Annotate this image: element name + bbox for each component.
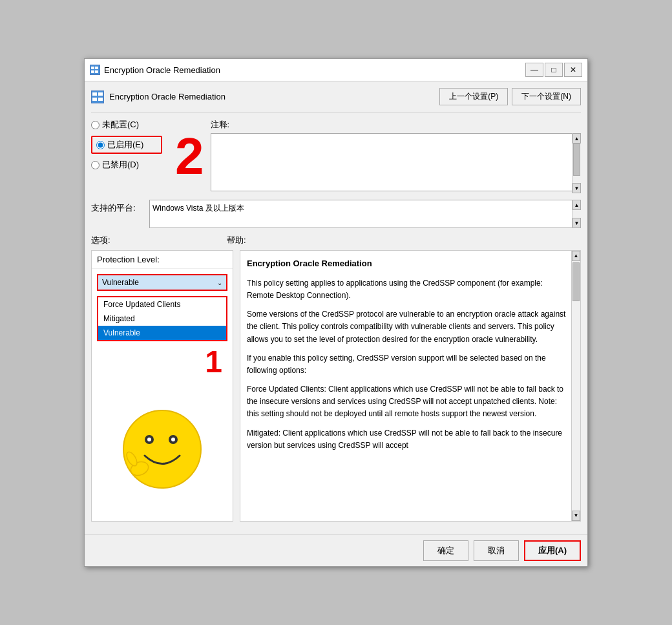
window-icon (90, 65, 100, 75)
scroll-down[interactable]: ▼ (572, 183, 581, 193)
badge-one: 1 (92, 346, 233, 377)
badge-one-wrapper: 1 (92, 346, 233, 377)
apply-button[interactable]: 应用(A) (524, 540, 581, 561)
radio-disabled-input[interactable] (91, 161, 100, 169)
platform-row: 支持的平台: Windows Vista 及以上版本 ▲ ▼ (91, 200, 581, 228)
platform-value: Windows Vista 及以上版本 (152, 203, 244, 214)
radio-disabled-label: 已禁用(D) (102, 159, 139, 171)
header-buttons: 上一个设置(P) 下一个设置(N) (439, 88, 581, 105)
platform-scrollbar: ▲ ▼ (572, 200, 581, 228)
minimize-button[interactable]: — (525, 63, 543, 77)
title-bar: Encryption Oracle Remediation — □ ✕ (85, 59, 587, 81)
window-controls: — □ ✕ (525, 63, 582, 77)
emoji-area (92, 377, 233, 521)
section-labels: 选项: 帮助: (91, 235, 581, 246)
options-panel: Protection Level: Force Updated Clients … (91, 250, 233, 522)
svg-rect-3 (91, 70, 94, 73)
main-window: Encryption Oracle Remediation — □ ✕ Encr… (84, 58, 588, 567)
scroll-track (572, 143, 581, 183)
next-setting-button[interactable]: 下一个设置(N) (512, 88, 581, 105)
policy-icon (91, 90, 104, 103)
svg-rect-9 (98, 98, 103, 101)
badge-two: 2 (175, 131, 204, 182)
header-title: Encryption Oracle Remediation (109, 92, 226, 101)
radio-not-configured-input[interactable] (91, 121, 100, 129)
radio-enabled[interactable]: 已启用(E) (91, 136, 162, 154)
protection-level-title: Protection Level: (92, 251, 233, 269)
svg-rect-1 (91, 67, 94, 69)
scroll-up[interactable]: ▲ (572, 133, 581, 143)
options-section-label: 选项: (91, 235, 220, 246)
prev-setting-button[interactable]: 上一个设置(P) (439, 88, 508, 105)
radio-not-configured[interactable]: 未配置(C) (91, 119, 162, 131)
help-scrollbar: ▲ ▼ (571, 251, 580, 521)
svg-rect-7 (98, 92, 103, 96)
emoji-icon (120, 407, 204, 491)
notes-label: 注释: (211, 119, 582, 131)
radio-not-configured-label: 未配置(C) (102, 119, 139, 131)
header-row: Encryption Oracle Remediation 上一个设置(P) 下… (91, 88, 581, 112)
maximize-button[interactable]: □ (545, 63, 563, 77)
svg-point-12 (147, 438, 151, 441)
footer-row: 确定 取消 应用(A) (85, 535, 587, 566)
dropdown-item-mitigated[interactable]: Mitigated (98, 312, 226, 326)
main-content: Encryption Oracle Remediation 上一个设置(P) 下… (85, 81, 587, 535)
dropdown-item-vulnerable[interactable]: Vulnerable (98, 326, 226, 340)
help-para-1: This policy setting applies to applicati… (247, 277, 567, 302)
platform-label: 支持的平台: (91, 200, 143, 214)
cancel-button[interactable]: 取消 (474, 540, 519, 561)
help-scroll-track (572, 261, 580, 511)
notes-section: 注释: ▲ ▼ (211, 119, 582, 193)
help-para-3: If you enable this policy setting, CredS… (247, 352, 567, 377)
platform-scroll-down[interactable]: ▼ (572, 218, 581, 228)
notes-scrollbar: ▲ ▼ (572, 133, 581, 193)
help-scroll-thumb (572, 262, 580, 301)
help-para-5: Mitigated: Client applications which use… (247, 427, 567, 452)
radio-enabled-label: 已启用(E) (107, 139, 143, 151)
radio-enabled-input[interactable] (96, 141, 105, 149)
radio-column: 未配置(C) 已启用(E) 已禁用(D) (91, 119, 162, 193)
protection-level-dropdown[interactable]: Force Updated Clients Mitigated Vulnerab… (98, 275, 226, 290)
dropdown-list-wrapper: Force Updated Clients Mitigated Vulnerab… (97, 296, 227, 341)
bottom-section: Protection Level: Force Updated Clients … (91, 250, 581, 522)
help-scroll-down[interactable]: ▼ (572, 511, 580, 521)
help-para-2: Some versions of the CredSSP protocol ar… (247, 308, 567, 346)
scroll-thumb (573, 143, 580, 176)
help-scroll-up[interactable]: ▲ (572, 251, 580, 261)
notes-textarea[interactable] (211, 133, 582, 191)
ok-button[interactable]: 确定 (423, 540, 468, 561)
svg-point-10 (123, 410, 201, 488)
svg-point-14 (171, 438, 175, 441)
platform-box: Windows Vista 及以上版本 (149, 200, 581, 228)
window-title: Encryption Oracle Remediation (104, 65, 521, 75)
svg-rect-4 (95, 70, 98, 73)
platform-scroll-track (572, 210, 581, 218)
close-button[interactable]: ✕ (564, 63, 582, 77)
help-para-4: Force Updated Clients: Client applicatio… (247, 383, 567, 421)
svg-rect-2 (95, 67, 98, 69)
top-section: 未配置(C) 已启用(E) 已禁用(D) 2 注释: (91, 119, 581, 193)
dropdown-wrapper: Force Updated Clients Mitigated Vulnerab… (97, 274, 227, 291)
header-left: Encryption Oracle Remediation (91, 90, 226, 103)
dropdown-list: Force Updated Clients Mitigated Vulnerab… (98, 297, 226, 340)
help-section-label: 帮助: (227, 235, 356, 246)
help-title: Encryption Oracle Remediation (247, 257, 567, 271)
radio-disabled[interactable]: 已禁用(D) (91, 159, 162, 171)
help-panel: Encryption Oracle Remediation This polic… (240, 250, 581, 522)
svg-rect-6 (92, 92, 97, 96)
dropdown-item-force[interactable]: Force Updated Clients (98, 297, 226, 312)
svg-rect-8 (92, 98, 97, 101)
platform-scroll-up[interactable]: ▲ (572, 200, 581, 210)
